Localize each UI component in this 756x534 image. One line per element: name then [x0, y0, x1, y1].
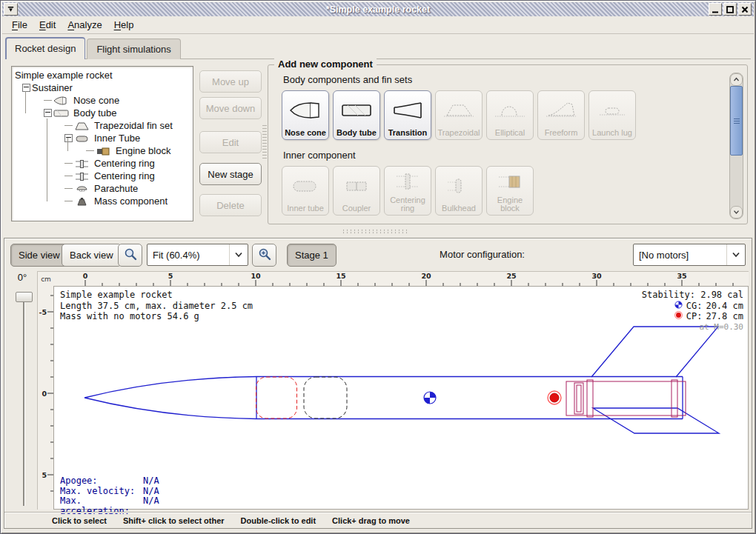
collapse-icon[interactable]: [44, 109, 52, 117]
menu-help[interactable]: Help: [109, 18, 139, 32]
tree-item-engine-block[interactable]: Engine block: [12, 144, 193, 157]
titlebar[interactable]: *Simple example rocket: [2, 2, 754, 17]
tab-flight-simulations[interactable]: Flight simulations: [87, 39, 180, 59]
component-button-engine-block: Engine block: [486, 166, 534, 216]
scroll-up-button[interactable]: [730, 73, 743, 86]
component-button-freeform: Freeform: [537, 90, 585, 140]
chevron-down-icon[interactable]: [726, 244, 745, 265]
svg-text:30: 30: [591, 272, 602, 280]
component-button-transition[interactable]: Transition: [384, 90, 431, 140]
cg-marker: [424, 392, 436, 404]
tree-item-centering-ring[interactable]: Centering ring: [12, 157, 193, 170]
tree-item-centering-ring[interactable]: Centering ring: [12, 170, 193, 182]
collapse-icon[interactable]: [64, 134, 73, 142]
ruler-unit-label: cm: [37, 271, 55, 287]
new-stage-button[interactable]: New stage: [199, 163, 262, 185]
tree-connector-line: [64, 188, 73, 189]
magnifier-plus-icon: [258, 247, 271, 264]
mach-note: at M=0.30: [642, 322, 743, 333]
maximize-button[interactable]: [723, 3, 737, 16]
menu-edit[interactable]: Edit: [34, 18, 61, 32]
component-button-label: Engine block: [487, 196, 533, 213]
trapezoidal-icon: [442, 91, 476, 129]
component-button-label: Transition: [388, 129, 428, 137]
component-button-body-tube[interactable]: Body tube: [333, 90, 380, 140]
move-up-button: Move up: [199, 70, 262, 93]
tree-connector: [64, 201, 74, 201]
window-title: *Simple example rocket: [2, 4, 754, 15]
engineblock-icon: [96, 146, 112, 156]
menubar: FileEditAnalyzeHelp: [2, 16, 754, 34]
stability-block: Stability: 2.98 cal CG:20.4 cm CP:27.8 c…: [642, 290, 743, 333]
tree-connector-line: [86, 150, 94, 151]
svg-text:35: 35: [677, 272, 686, 280]
tree-item-body-tube[interactable]: Body tube: [12, 107, 193, 119]
minimize-button[interactable]: [709, 3, 722, 16]
cg-icon: [674, 301, 683, 312]
section-label-inner-component: Inner component: [283, 150, 356, 161]
menu-file[interactable]: File: [7, 18, 33, 32]
zoom-level-combobox[interactable]: Fit (60.4%): [147, 244, 248, 266]
collapse-icon[interactable]: [22, 84, 30, 92]
component-button-nose-cone[interactable]: Nose cone: [282, 90, 329, 140]
launch-lug-icon: [595, 91, 629, 129]
flight-data-label: Max. velocity:: [60, 487, 143, 497]
svg-text:20: 20: [421, 272, 431, 280]
rocket-canvas[interactable]: Simple example rocket Length 37.5 cm, ma…: [53, 286, 749, 510]
svg-text:0: 0: [83, 272, 88, 280]
stage-1-toggle[interactable]: Stage 1: [287, 244, 336, 267]
component-tree-panel: Simple example rocketSustainerNose coneB…: [11, 66, 193, 221]
tree-expander: [64, 134, 74, 142]
tree-connector-line: [64, 125, 73, 126]
motor-configuration-combobox[interactable]: [No motors]: [633, 244, 746, 266]
component-button-label: Freeform: [545, 129, 578, 137]
tree-item-mass-component[interactable]: Mass component: [12, 195, 193, 207]
vertical-split-grip[interactable]: [262, 125, 267, 159]
status-hint: Shift+ click to select other: [123, 516, 225, 525]
tab-bar: Rocket designFlight simulations: [5, 36, 751, 59]
tree-item-parachute[interactable]: Parachute: [12, 182, 193, 195]
svg-text:10: 10: [251, 272, 261, 280]
tree-item-simple-example-rocket[interactable]: Simple example rocket: [12, 69, 193, 81]
engine-block-outline: [574, 383, 583, 414]
close-button[interactable]: [738, 3, 752, 16]
centering-ring-outline: [587, 380, 593, 417]
zoom-out-button[interactable]: [118, 244, 142, 267]
rotation-slider-handle[interactable]: [16, 292, 33, 302]
horizontal-split-grip[interactable]: [342, 229, 410, 234]
tree-item-label: Centering ring: [94, 170, 155, 181]
chevron-down-icon[interactable]: [229, 244, 248, 265]
tree-connector: [64, 188, 74, 189]
delete-button: Delete: [199, 194, 262, 216]
zoom-in-button[interactable]: [252, 244, 276, 267]
menu-analyze[interactable]: Analyze: [62, 18, 107, 32]
status-hint: Click to select: [52, 516, 107, 525]
rocket-outline: [84, 327, 719, 433]
scroll-down-button[interactable]: [730, 206, 743, 218]
component-button-label: Elliptical: [495, 129, 525, 137]
svg-text:15: 15: [336, 272, 345, 280]
window-menu-icon[interactable]: [4, 3, 18, 16]
rotation-slider[interactable]: [20, 292, 27, 506]
tree-item-label: Sustainer: [32, 82, 73, 93]
flight-data-row: Max. velocity:N/A: [60, 487, 159, 497]
component-button-label: Coupler: [342, 204, 371, 213]
tree-item-sustainer[interactable]: Sustainer: [12, 81, 193, 94]
tree-item-inner-tube[interactable]: Inner Tube: [12, 132, 193, 144]
bulkhead-icon: [442, 167, 476, 204]
svg-text:5: 5: [42, 471, 47, 479]
tree-item-nose-cone[interactable]: Nose cone: [12, 94, 193, 107]
scrollbar-thumb[interactable]: [730, 86, 743, 156]
cg-label: CG:: [686, 301, 703, 312]
component-scrollbar[interactable]: [729, 73, 743, 219]
tab-rocket-design[interactable]: Rocket design: [5, 37, 85, 59]
rocket-info-text: Simple example rocket Length 37.5 cm, ma…: [60, 290, 253, 322]
tree-item-trapezoidal-fin-set[interactable]: Trapezoidal fin set: [12, 119, 193, 132]
side-view-button[interactable]: Side view: [10, 244, 68, 267]
nose-cone-icon: [288, 91, 322, 129]
back-view-button[interactable]: Back view: [62, 244, 122, 267]
horizontal-split-divider[interactable]: [5, 227, 751, 236]
move-down-button: Move down: [199, 97, 262, 119]
motor-configuration-value: [No motors]: [634, 250, 726, 261]
component-button-label: Inner tube: [287, 204, 324, 213]
